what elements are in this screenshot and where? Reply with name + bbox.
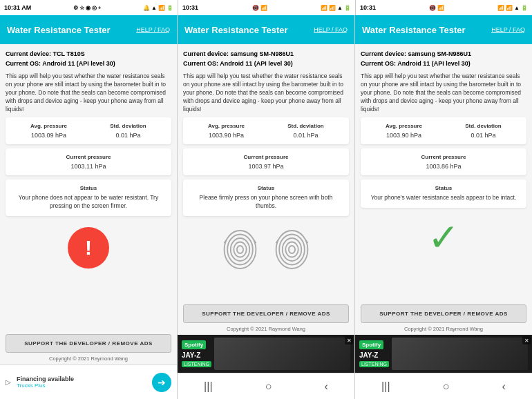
svg-point-4 — [237, 246, 243, 253]
avg-pressure-label-3: Avg. pressure — [366, 123, 441, 129]
fingerprint-area-2 — [183, 220, 349, 279]
avg-pressure-value-1: 1003.09 hPa — [11, 132, 86, 139]
network-icons-left: 🔔▲📶🔋 — [143, 5, 173, 11]
ad-close-icon-3[interactable]: ✕ — [522, 336, 531, 344]
current-pressure-label-1: Current pressure — [11, 154, 166, 160]
current-pressure-value-2: 1003.97 hPa — [189, 163, 343, 170]
status-card-2: Status Please firmly press on your phone… — [183, 179, 349, 216]
std-dev-label-2: Std. deviation — [268, 123, 343, 129]
warning-icon-1: ! — [68, 227, 109, 269]
device-os-1: Current OS: Android 11 (API level 30) — [6, 59, 171, 69]
std-dev-box-2: Std. deviation 0.01 hPa — [268, 123, 343, 139]
status-icons-left: ⚙☆◉◎+ — [73, 5, 102, 11]
pressure-card-1: Avg. pressure 1003.09 hPa Std. deviation… — [6, 117, 171, 144]
std-dev-label-1: Std. deviation — [91, 123, 166, 129]
copyright-3: Copyright © 2021 Raymond Wang — [355, 326, 532, 335]
device-name-3: Current device: samsung SM-N986U1 — [361, 50, 526, 59]
nav-home-icon-3[interactable]: ○ — [443, 380, 450, 393]
std-dev-box-3: Std. deviation 0.01 hPa — [446, 123, 521, 139]
nav-bar-2: ||| ○ ‹ — [178, 373, 354, 399]
desc-1: This app will help you test whether the … — [6, 72, 171, 113]
nav-back-icon-2[interactable]: ‹ — [325, 380, 328, 393]
avg-pressure-label-2: Avg. pressure — [189, 123, 264, 129]
financing-logo-icon: ▷ — [6, 378, 11, 386]
help-link-3[interactable]: HELP / FAQ — [491, 26, 525, 33]
status-bar-left: 10:31 AM ⚙☆◉◎+ 🔔▲📶🔋 — [0, 0, 178, 15]
network-icons-right: 📶📶▲🔋 — [497, 5, 528, 11]
panel-bottom-1: SUPPORT THE DEVELOPER / REMOVE ADS Copyr… — [0, 334, 177, 399]
status-text-1: Your phone does not appear to be water r… — [11, 194, 166, 211]
device-info-2: Current device: samsung SM-N986U1 Curren… — [183, 50, 349, 68]
ad-banner-2: Spotify JAY-Z LISTENING ✕ — [178, 335, 354, 373]
svg-point-7 — [276, 231, 308, 269]
app-title-2: Water Resistance Tester — [184, 25, 288, 35]
panel-1: Water Resistance Tester HELP / FAQ Curre… — [0, 15, 178, 399]
ad-tag-2: LISTENING — [182, 361, 211, 367]
desc-3: This app will help you test whether the … — [361, 72, 526, 113]
help-link-2[interactable]: HELP / FAQ — [314, 26, 348, 33]
svg-point-10 — [285, 242, 298, 257]
status-card-1: Status Your phone does not appear to be … — [6, 179, 171, 216]
panel-3: Water Resistance Tester HELP / FAQ Curre… — [355, 15, 532, 399]
financing-text: Financing available Trucks Plus — [17, 376, 146, 389]
current-pressure-label-2: Current pressure — [189, 154, 343, 160]
status-label-3: Status — [366, 185, 521, 191]
avg-pressure-box-1: Avg. pressure 1003.09 hPa — [11, 123, 86, 139]
current-pressure-value-1: 1003.11 hPa — [11, 163, 166, 170]
device-name-2: Current device: samsung SM-N986U1 — [183, 50, 349, 59]
nav-home-icon-2[interactable]: ○ — [265, 380, 272, 393]
status-bar-right: 10:31 📵📶 📶📶▲🔋 — [355, 0, 532, 15]
panel-bottom-2: SUPPORT THE DEVELOPER / REMOVE ADS Copyr… — [178, 304, 354, 399]
fingerprint-left-icon — [221, 227, 259, 272]
svg-point-0 — [225, 231, 256, 269]
svg-point-11 — [289, 246, 295, 253]
time-mid: 10:31 — [182, 4, 198, 11]
fingerprint-right-icon — [273, 227, 311, 272]
device-info-1: Current device: TCL T810S Current OS: An… — [6, 50, 171, 68]
nav-menu-icon-3[interactable]: ||| — [381, 380, 390, 393]
network-icons-mid: 📶📶▲🔋 — [321, 5, 351, 11]
support-btn-1[interactable]: SUPPORT THE DEVELOPER / REMOVE ADS — [6, 334, 171, 353]
status-card-3: Status Your phone's water resistance sea… — [361, 179, 526, 208]
panel-content-1: Current device: TCL T810S Current OS: An… — [0, 44, 177, 334]
pressure-card-3: Avg. pressure 1003.90 hPa Std. deviation… — [361, 117, 526, 144]
app-header-1: Water Resistance Tester HELP / FAQ — [0, 15, 177, 44]
financing-sub: Trucks Plus — [17, 382, 146, 389]
ad-image-2 — [214, 338, 350, 370]
panel-bottom-3: SUPPORT THE DEVELOPER / REMOVE ADS Copyr… — [355, 304, 532, 399]
avg-pressure-box-2: Avg. pressure 1003.90 hPa — [189, 123, 264, 139]
panel-content-3: Current device: samsung SM-N986U1 Curren… — [355, 44, 532, 304]
ad-tag-3: LISTENING — [359, 361, 389, 367]
status-icons-right: 📵📶 — [429, 5, 444, 11]
device-os-2: Current OS: Android 11 (API level 30) — [183, 59, 349, 69]
avg-pressure-value-3: 1003.90 hPa — [366, 132, 441, 139]
app-title-1: Water Resistance Tester — [7, 25, 111, 35]
copyright-1: Copyright © 2021 Raymond Wang — [0, 356, 177, 364]
device-name-1: Current device: TCL T810S — [6, 50, 171, 59]
avg-pressure-box-3: Avg. pressure 1003.90 hPa — [366, 123, 441, 139]
check-area-3: ✓ — [361, 212, 526, 264]
status-label-2: Status — [189, 185, 343, 191]
help-link-1[interactable]: HELP / FAQ — [136, 26, 170, 33]
financing-arrow-icon[interactable]: ➔ — [152, 373, 171, 392]
ad-close-icon-2[interactable]: ✕ — [345, 336, 353, 344]
support-btn-3[interactable]: SUPPORT THE DEVELOPER / REMOVE ADS — [361, 304, 526, 323]
copyright-2: Copyright © 2021 Raymond Wang — [178, 326, 354, 335]
nav-back-icon-3[interactable]: ‹ — [502, 380, 506, 393]
current-pressure-label-3: Current pressure — [366, 154, 521, 160]
support-btn-2[interactable]: SUPPORT THE DEVELOPER / REMOVE ADS — [183, 304, 349, 323]
nav-bar-3: ||| ○ ‹ — [355, 373, 532, 399]
current-pressure-card-3: Current pressure 1003.86 hPa — [361, 148, 526, 175]
current-pressure-card-1: Current pressure 1003.11 hPa — [6, 148, 171, 175]
current-pressure-value-3: 1003.86 hPa — [366, 163, 521, 170]
spotify-icon-2: Spotify — [182, 340, 206, 349]
status-bar-mid: 10:31 📵📶 📶📶▲🔋 — [178, 0, 355, 15]
status-text-2: Please firmly press on your phone screen… — [189, 194, 343, 211]
avg-pressure-value-2: 1003.90 hPa — [189, 132, 264, 139]
time-right: 10:31 — [360, 4, 376, 11]
current-pressure-card-2: Current pressure 1003.97 hPa — [183, 148, 349, 175]
std-dev-label-3: Std. deviation — [446, 123, 521, 129]
std-dev-value-1: 0.01 hPa — [91, 132, 166, 139]
nav-menu-icon-2[interactable]: ||| — [204, 380, 212, 393]
svg-point-3 — [234, 242, 246, 257]
